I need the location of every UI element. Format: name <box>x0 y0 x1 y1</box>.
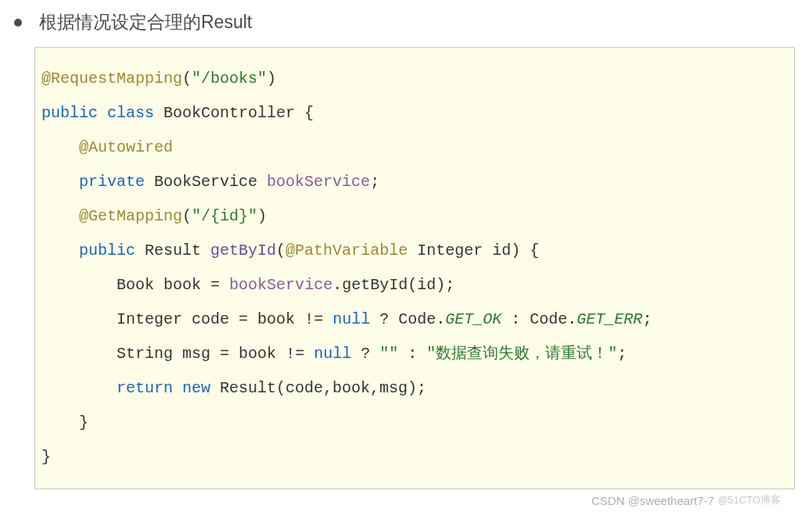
string-literal: "/{id}" <box>192 207 257 225</box>
annotation: @RequestMapping <box>41 70 182 88</box>
heading-text: 根据情况设定合理的Result <box>39 10 252 34</box>
watermark: CSDN @sweetheart7-7 @51CTO博客 <box>0 494 812 509</box>
class-name: BookController <box>163 104 295 122</box>
bullet-icon <box>14 19 22 27</box>
field-name: bookService <box>267 173 370 191</box>
code-block: @RequestMapping("/books") public class B… <box>34 47 795 489</box>
annotation: @GetMapping <box>79 207 182 225</box>
watermark-main: CSDN @sweetheart7-7 <box>591 494 714 507</box>
string-literal: "/books" <box>192 70 267 88</box>
constant: GET_ERR <box>577 310 642 328</box>
method-name: getById <box>210 242 276 260</box>
constant: GET_OK <box>445 310 501 328</box>
heading: 根据情况设定合理的Result <box>0 4 812 41</box>
annotation: @Autowired <box>79 138 173 156</box>
code-pre: @RequestMapping("/books") public class B… <box>41 62 792 474</box>
string-literal: "数据查询失败，请重试！" <box>426 345 617 363</box>
keyword: public <box>41 104 98 122</box>
watermark-faint: @51CTO博客 <box>717 494 781 506</box>
